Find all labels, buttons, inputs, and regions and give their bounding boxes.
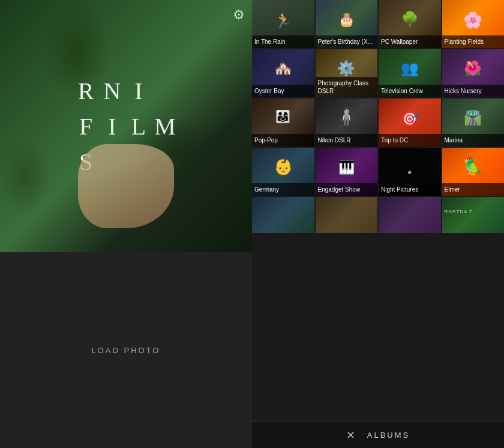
album-partial-2[interactable]	[316, 197, 378, 233]
right-panel: In The Rain Peter's Birthday (X... PC Wa…	[252, 0, 504, 448]
album-label-marina: Marina	[442, 134, 505, 147]
hero-image: ⚙ R N I F I L M S	[0, 0, 252, 252]
logo-letter-n: N	[101, 74, 125, 107]
album-planting-fields[interactable]: Planting Fields	[442, 0, 505, 48]
album-label-pop-pop: Pop-Pop	[252, 134, 314, 147]
logo-letter-i2: I	[101, 110, 125, 143]
album-in-the-rain[interactable]: In The Rain	[252, 0, 314, 48]
settings-icon[interactable]: ⚙	[233, 7, 245, 23]
album-label-planting-fields: Planting Fields	[442, 35, 505, 48]
load-photo-button[interactable]: LOAD PHOTO	[91, 346, 160, 355]
album-partial-3[interactable]	[379, 197, 441, 233]
logo-letter-l: L	[127, 110, 151, 143]
album-partial-4[interactable]	[442, 197, 505, 233]
close-icon[interactable]: ✕	[346, 429, 355, 442]
logo-spacer	[154, 74, 178, 107]
album-label-oyster-bay: Oyster Bay	[252, 85, 314, 97]
albums-footer-label: ALBUMS	[367, 431, 410, 440]
hand-image	[78, 144, 174, 228]
album-trip-to-dc[interactable]: Trip to DC	[379, 98, 441, 147]
album-nikon-dslr[interactable]: Nikon DSLR	[316, 98, 378, 147]
logo-letter-m: M	[154, 110, 178, 143]
album-partial-1[interactable]	[252, 197, 314, 233]
album-night-pictures[interactable]: Night Pictures	[379, 148, 441, 196]
album-oyster-bay[interactable]: Oyster Bay	[252, 49, 314, 97]
album-label-trip-to-dc: Trip to DC	[379, 134, 441, 147]
album-label-germany: Germany	[252, 183, 314, 196]
album-label-in-the-rain: In The Rain	[252, 35, 314, 48]
album-label-pc-wallpaper: PC Wallpaper	[379, 35, 441, 48]
logo-letter-i: I	[127, 74, 151, 107]
album-peters-birthday[interactable]: Peter's Birthday (X...	[316, 0, 378, 48]
albums-row-1: In The Rain Peter's Birthday (X... PC Wa…	[252, 0, 504, 48]
albums-row-5	[252, 197, 504, 233]
album-label-peters-birthday: Peter's Birthday (X...	[316, 35, 378, 48]
logo-letter-r: R	[74, 74, 98, 107]
albums-row-4: Germany Engadget Show Night Pictures Elm…	[252, 148, 504, 196]
album-label-television-crew: Television Crew	[379, 85, 441, 97]
album-television-crew[interactable]: Television Crew	[379, 49, 441, 97]
left-bottom-panel: LOAD PHOTO	[0, 252, 252, 448]
album-pop-pop[interactable]: Pop-Pop	[252, 98, 314, 147]
album-germany[interactable]: Germany	[252, 148, 314, 196]
album-label-elmer: Elmer	[442, 183, 505, 196]
album-label-nikon-dslr: Nikon DSLR	[316, 134, 378, 147]
album-label-night-pictures: Night Pictures	[379, 183, 441, 196]
album-label-photography-class: Photography Class DSLR	[316, 77, 378, 97]
left-panel: ⚙ R N I F I L M S LOAD PHOTO	[0, 0, 252, 448]
album-hicks-nursery[interactable]: Hicks Nursery	[442, 49, 505, 97]
albums-footer: ✕ ALBUMS	[252, 422, 504, 448]
album-photography-class[interactable]: Photography Class DSLR	[316, 49, 378, 97]
albums-row-2: Oyster Bay Photography Class DSLR Televi…	[252, 49, 504, 97]
album-label-hicks-nursery: Hicks Nursery	[442, 85, 505, 97]
albums-row-3: Pop-Pop Nikon DSLR Trip to DC Marina	[252, 98, 504, 147]
album-engadget-show[interactable]: Engadget Show	[316, 148, 378, 196]
album-pc-wallpaper[interactable]: PC Wallpaper	[379, 0, 441, 48]
albums-grid: In The Rain Peter's Birthday (X... PC Wa…	[252, 0, 504, 422]
logo-letter-f: F	[74, 110, 98, 143]
album-marina[interactable]: Marina	[442, 98, 505, 147]
album-label-engadget-show: Engadget Show	[316, 183, 378, 196]
album-elmer[interactable]: Elmer	[442, 148, 505, 196]
